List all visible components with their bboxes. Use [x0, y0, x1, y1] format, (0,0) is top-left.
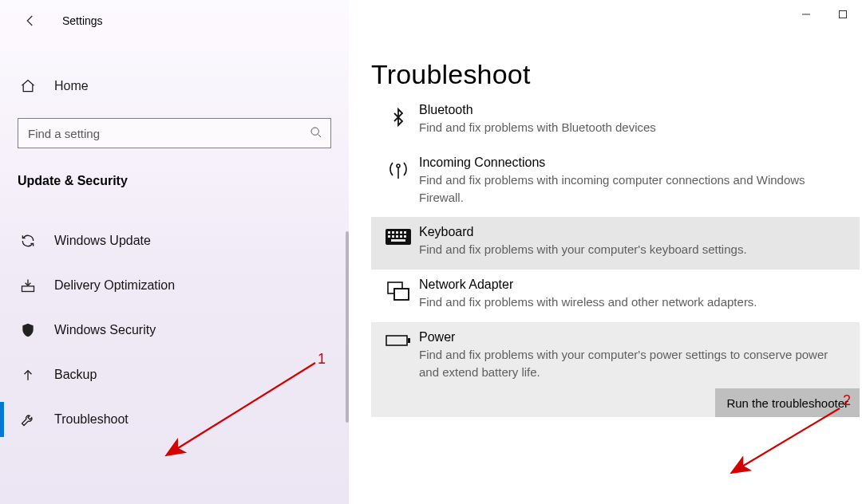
home-icon	[19, 78, 37, 94]
svg-point-0	[311, 128, 318, 135]
troubleshoot-item-title: Bluetooth	[419, 103, 848, 117]
svg-rect-20	[408, 338, 410, 343]
sidebar-item-label: Windows Update	[54, 234, 151, 248]
sidebar-item-windows-update[interactable]: Windows Update	[0, 219, 349, 263]
titlebar: Settings	[0, 5, 349, 37]
svg-rect-10	[388, 235, 390, 238]
sidebar-home[interactable]: Home	[0, 69, 349, 104]
svg-rect-17	[394, 289, 409, 300]
troubleshoot-item-network-adapter[interactable]: Network Adapter Find and fix problems wi…	[371, 270, 860, 322]
sidebar-item-label: Troubleshoot	[54, 412, 129, 427]
troubleshoot-item-incoming-connections[interactable]: Incoming Connections Find and fix proble…	[371, 148, 860, 218]
troubleshoot-item-title: Incoming Connections	[419, 156, 848, 170]
svg-rect-5	[388, 231, 390, 234]
content-pane: Troubleshoot Bluetooth Find and fix prob…	[349, 0, 862, 504]
search-icon	[310, 126, 322, 141]
svg-rect-11	[392, 235, 394, 238]
network-adapter-icon	[378, 278, 419, 311]
sidebar-item-label: Backup	[54, 368, 97, 382]
antenna-icon	[378, 156, 419, 207]
troubleshoot-item-bluetooth[interactable]: Bluetooth Find and fix problems with Blu…	[371, 95, 860, 148]
keyboard-icon	[378, 225, 419, 258]
svg-point-3	[397, 164, 400, 167]
svg-rect-15	[391, 239, 405, 242]
troubleshoot-item-power[interactable]: Power Find and fix problems with your co…	[371, 322, 860, 418]
svg-rect-9	[404, 231, 406, 234]
sidebar-category: Update & Security	[18, 174, 349, 188]
sync-icon	[19, 232, 37, 250]
troubleshoot-item-desc: Find and fix problems with your computer…	[419, 346, 848, 381]
search-box[interactable]	[18, 118, 331, 148]
back-button[interactable]	[16, 6, 45, 35]
sidebar-item-backup[interactable]: Backup	[0, 352, 349, 397]
troubleshoot-item-title: Keyboard	[419, 225, 848, 239]
troubleshoot-item-desc: Find and fix problems with incoming comp…	[419, 171, 848, 207]
sidebar-item-label: Delivery Optimization	[54, 278, 175, 293]
download-box-icon	[19, 277, 37, 294]
troubleshoot-item-title: Power	[419, 330, 848, 345]
settings-window: Settings Home Update & Security Windo	[0, 0, 862, 504]
window-controls	[797, 5, 852, 24]
sidebar-item-label: Windows Security	[54, 323, 156, 337]
search-input[interactable]	[26, 126, 310, 141]
shield-icon	[19, 321, 37, 339]
svg-rect-8	[400, 231, 402, 234]
svg-rect-6	[392, 231, 394, 234]
sidebar-item-windows-security[interactable]: Windows Security	[0, 308, 349, 352]
sidebar-item-troubleshoot[interactable]: Troubleshoot	[0, 397, 349, 442]
troubleshoot-item-title: Network Adapter	[419, 278, 848, 292]
svg-rect-2	[840, 11, 847, 18]
svg-rect-13	[400, 235, 402, 238]
run-troubleshooter-button[interactable]: Run the troubleshooter	[715, 388, 860, 417]
wrench-icon	[19, 411, 37, 428]
sidebar: Settings Home Update & Security Windo	[0, 0, 349, 504]
sidebar-item-delivery-optimization[interactable]: Delivery Optimization	[0, 263, 349, 308]
maximize-button[interactable]	[833, 5, 852, 24]
sidebar-home-label: Home	[54, 79, 89, 93]
troubleshoot-item-desc: Find and fix problems with Bluetooth dev…	[419, 119, 848, 136]
troubleshoot-item-keyboard[interactable]: Keyboard Find and fix problems with your…	[371, 217, 860, 270]
bluetooth-icon	[378, 103, 419, 136]
app-title: Settings	[62, 14, 103, 27]
sidebar-nav: Windows Update Delivery Optimization Win…	[0, 219, 349, 442]
svg-rect-7	[396, 231, 398, 234]
svg-rect-1	[22, 286, 34, 292]
svg-rect-19	[386, 336, 407, 345]
troubleshoot-item-desc: Find and fix problems with your computer…	[419, 241, 848, 258]
troubleshoot-item-desc: Find and fix problems with wireless and …	[419, 293, 848, 311]
backup-arrow-icon	[19, 366, 37, 384]
page-title: Troubleshoot	[371, 59, 862, 90]
svg-rect-14	[404, 235, 406, 238]
troubleshoot-list: Bluetooth Find and fix problems with Blu…	[371, 95, 860, 417]
battery-icon	[378, 330, 419, 381]
minimize-button[interactable]	[797, 5, 816, 24]
svg-rect-12	[396, 235, 398, 238]
